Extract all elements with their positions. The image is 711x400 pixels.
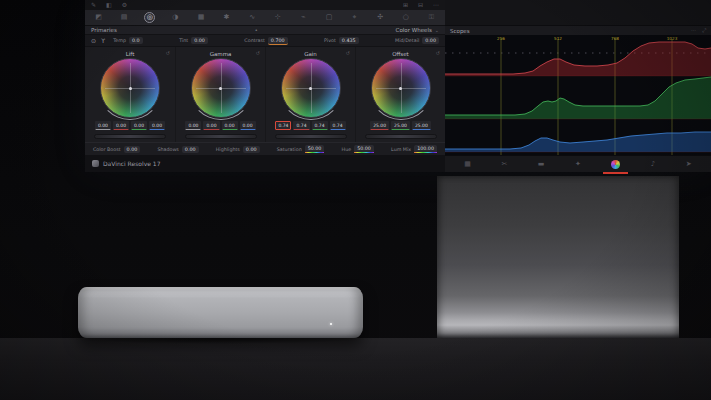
channel-value-r[interactable]: 0.00 xyxy=(203,121,219,130)
channel-value-m[interactable]: 0.74 xyxy=(275,121,291,130)
adjustment-value[interactable]: 0.700 xyxy=(268,37,288,45)
param-label: Lum Mix xyxy=(391,147,411,152)
channel-value-r[interactable]: 0.74 xyxy=(293,121,309,130)
param-label: Hue xyxy=(342,147,352,152)
more-icon[interactable]: ⋯ xyxy=(433,2,439,8)
key-icon[interactable]: ⚿ xyxy=(426,12,437,23)
waveform-area-green xyxy=(445,77,711,119)
adjustment-label: Mid/Detail xyxy=(395,38,419,43)
page-tab-fairlight[interactable]: ♪ xyxy=(647,159,659,170)
page-navigation-bar: ▦✂▬✦♪➤ xyxy=(445,155,711,172)
channel-value-b[interactable]: 25.00 xyxy=(412,121,431,130)
color-wheel-disc[interactable] xyxy=(100,58,160,118)
page-tab-media[interactable]: ▦ xyxy=(460,159,475,170)
color-wheel-disc[interactable] xyxy=(191,58,251,118)
color-wheels-group: Lift↺0.000.000.000.00Gamma↺0.000.000.000… xyxy=(85,47,445,142)
param-label: Saturation xyxy=(277,147,302,152)
app-footer: DaVinci Resolve 17 xyxy=(85,155,445,172)
pen-icon[interactable]: ✎ xyxy=(91,2,96,8)
param-value[interactable]: 50.00 xyxy=(354,145,374,153)
scope-expand-icon[interactable]: ⤢ xyxy=(702,27,706,34)
reset-icon[interactable]: ↺ xyxy=(436,50,440,56)
param-value[interactable]: 0.00 xyxy=(182,146,199,153)
master-wheel-slider[interactable] xyxy=(185,134,257,139)
channel-value-r[interactable]: 25.00 xyxy=(370,121,389,130)
page-tab-deliver[interactable]: ➤ xyxy=(682,159,696,170)
wheel-offset: Offset↺25.0025.0025.00 xyxy=(355,47,445,142)
param-highlights: Highlights0.00 xyxy=(216,146,260,153)
scopes-panel: Scopes ⋯⤢ 2565127681023 ▦✂▬✦♪➤ xyxy=(445,0,711,172)
color-page-palette: ✎◧⚙ ⊞⊟⋯ ◩▤◎◑▦✱∿⊹⌁▢⌖✣○⚿ Primaries • Color… xyxy=(85,0,445,172)
wheel-crosshair-dot xyxy=(309,87,312,90)
reset-icon[interactable]: ↺ xyxy=(256,50,260,56)
viewer-toolbar: ✎◧⚙ ⊞⊟⋯ xyxy=(85,0,445,10)
color-wheel-disc[interactable] xyxy=(371,58,431,118)
wheel-channel-values: 0.000.000.000.00 xyxy=(95,121,165,130)
channel-value-g[interactable]: 25.00 xyxy=(391,121,410,130)
master-ring-indicator xyxy=(279,56,343,120)
master-wheel-slider[interactable] xyxy=(94,134,166,139)
tracker-icon[interactable]: ⌖ xyxy=(349,12,360,23)
display-screen: ✎◧⚙ ⊞⊟⋯ ◩▤◎◑▦✱∿⊹⌁▢⌖✣○⚿ Primaries • Color… xyxy=(85,0,711,172)
param-colorboost: Color Boost0.00 xyxy=(93,146,140,153)
channel-value-g[interactable]: 0.74 xyxy=(312,121,328,130)
curves-icon[interactable]: ∿ xyxy=(247,12,258,23)
reset-icon[interactable]: ↺ xyxy=(346,50,350,56)
master-ring-indicator xyxy=(98,56,162,120)
waveform-parade-display: 2565127681023 xyxy=(445,35,711,155)
wheel-crosshair-dot xyxy=(399,87,402,90)
adjustment-label: Tint xyxy=(179,38,188,43)
adjustment-value[interactable]: 0.435 xyxy=(339,37,359,44)
product-scene: ✎◧⚙ ⊞⊟⋯ ◩▤◎◑▦✱∿⊹⌁▢⌖✣○⚿ Primaries • Color… xyxy=(0,0,711,400)
white-balance-picker-icon[interactable]: ϒ xyxy=(101,37,105,44)
master-wheel-slider[interactable] xyxy=(365,134,437,139)
channel-value-m[interactable]: 0.00 xyxy=(95,121,111,130)
color-wheel-disc[interactable] xyxy=(281,58,341,118)
param-value[interactable]: 100.00 xyxy=(414,145,437,153)
master-ring-indicator xyxy=(369,56,433,120)
param-value[interactable]: 50.00 xyxy=(305,145,325,153)
channel-value-m[interactable]: 0.00 xyxy=(185,121,201,130)
param-label: Color Boost xyxy=(93,147,121,152)
reset-icon[interactable]: ↺ xyxy=(166,50,170,56)
qualifier-icon[interactable]: ⌁ xyxy=(298,12,309,23)
page-tab-color[interactable] xyxy=(607,158,624,171)
param-value[interactable]: 0.00 xyxy=(243,146,260,153)
grid-view-icon[interactable]: ⊞ xyxy=(403,2,408,8)
single-view-icon[interactable]: ⊟ xyxy=(418,2,423,8)
magic-mask-icon[interactable]: ✣ xyxy=(375,12,386,23)
channel-value-g[interactable]: 0.00 xyxy=(131,121,147,130)
scopes-header: Scopes ⋯⤢ xyxy=(445,26,711,35)
color-match-icon[interactable]: ▤ xyxy=(119,12,130,23)
adjustment-label: Pivot xyxy=(324,38,336,43)
channel-value-b[interactable]: 0.00 xyxy=(149,121,165,130)
auto-balance-icon[interactable]: ⊙ xyxy=(91,37,96,44)
rgb-mixer-icon[interactable]: ▦ xyxy=(195,12,206,23)
color-warper-icon[interactable]: ⊹ xyxy=(272,12,283,23)
master-wheel-slider[interactable] xyxy=(275,134,347,139)
adjustment-value[interactable]: 0.0 xyxy=(129,37,143,44)
scope-grid-label: 512 xyxy=(554,36,562,41)
channel-value-g[interactable]: 0.00 xyxy=(222,121,238,130)
wipe-icon[interactable]: ◧ xyxy=(106,2,112,8)
page-tab-edit[interactable]: ▬ xyxy=(534,159,549,170)
wheel-gamma: Gamma↺0.000.000.000.00 xyxy=(175,47,265,142)
param-value[interactable]: 0.00 xyxy=(124,146,141,153)
adjustment-value[interactable]: 0.00 xyxy=(422,37,439,44)
channel-value-r[interactable]: 0.00 xyxy=(113,121,129,130)
channel-value-b[interactable]: 0.74 xyxy=(330,121,346,130)
master-ring-indicator xyxy=(189,56,253,120)
color-wheels-icon[interactable]: ◎ xyxy=(144,12,155,23)
page-tab-cut[interactable]: ✂ xyxy=(497,159,511,170)
hdr-grade-icon[interactable]: ◑ xyxy=(170,12,181,23)
wheel-mode-dropdown[interactable]: Color Wheels ⌄ xyxy=(396,27,439,33)
adjustment-value[interactable]: 0.00 xyxy=(191,37,208,44)
settings-icon[interactable]: ⚙ xyxy=(122,2,127,8)
motion-effects-icon[interactable]: ✱ xyxy=(221,12,232,23)
scope-options-icon[interactable]: ⋯ xyxy=(691,27,696,34)
power-window-icon[interactable]: ▢ xyxy=(323,12,334,23)
channel-value-b[interactable]: 0.00 xyxy=(240,121,256,130)
page-tab-fusion[interactable]: ✦ xyxy=(571,159,585,170)
camera-raw-icon[interactable]: ◩ xyxy=(93,12,104,23)
blur-icon[interactable]: ○ xyxy=(400,12,411,23)
